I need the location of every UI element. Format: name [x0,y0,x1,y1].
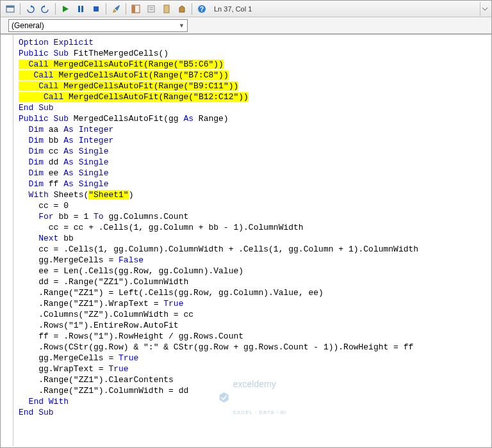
pause-icon[interactable] [74,2,88,16]
properties-icon[interactable] [144,2,158,16]
code-editor: Option Explicit Public Sub FitTheMergedC… [1,34,491,446]
separator [126,3,126,15]
chevron-down-icon: ▼ [179,22,184,29]
project-explorer-icon[interactable] [129,2,143,16]
svg-text:?: ? [200,6,204,13]
object-selector-row: (General) ▼ [1,17,491,34]
help-icon[interactable]: ? [195,2,209,16]
run-icon[interactable] [58,2,72,16]
svg-rect-2 [78,6,80,12]
object-dropdown[interactable]: (General) ▼ [8,19,188,32]
svg-rect-4 [94,6,99,12]
toolbox-icon[interactable] [175,2,189,16]
svg-rect-6 [132,5,135,13]
svg-rect-8 [164,5,169,13]
redo-icon[interactable] [38,2,53,16]
object-browser-icon[interactable] [160,2,174,16]
svg-rect-1 [6,6,14,8]
object-dropdown-value: (General) [12,21,44,30]
toolbar-overflow-icon[interactable] [480,2,489,16]
view-icon[interactable] [3,2,17,16]
design-mode-icon[interactable] [109,2,123,16]
separator [20,3,20,15]
svg-rect-7 [148,6,154,12]
separator [106,3,106,15]
toolbar: ? Ln 37, Col 1 [1,1,491,17]
separator [55,3,56,15]
svg-rect-3 [81,6,83,12]
watermark: exceldemy EXCEL · DATA · BI [218,358,287,437]
undo-icon[interactable] [23,2,37,16]
separator [192,3,192,15]
cursor-position: Ln 37, Col 1 [214,5,252,13]
stop-icon[interactable] [89,2,103,16]
code-area[interactable]: Option Explicit Public Sub FitTheMergedC… [13,35,491,446]
code-gutter [1,35,13,446]
